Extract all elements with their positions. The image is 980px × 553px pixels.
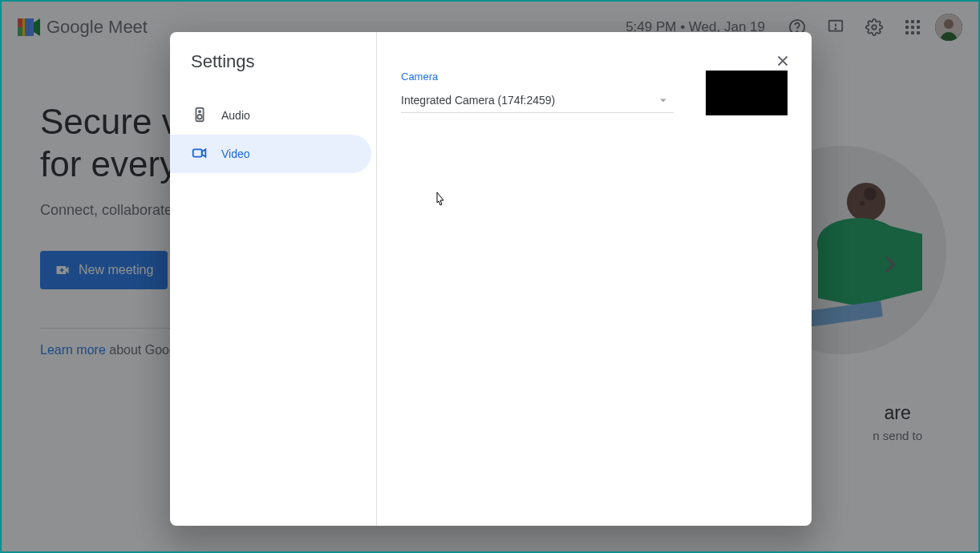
close-button[interactable] <box>768 46 797 75</box>
svg-point-18 <box>199 111 200 112</box>
videocam-icon <box>191 144 209 164</box>
close-icon <box>774 52 792 70</box>
settings-dialog: Settings Audio Video Camera Integrated C… <box>170 32 812 526</box>
svg-rect-19 <box>193 149 202 156</box>
camera-field-label: Camera <box>401 71 674 83</box>
settings-panel: Camera Integrated Camera (174f:2459) <box>377 32 812 526</box>
camera-select-value: Integrated Camera (174f:2459) <box>401 94 555 107</box>
camera-select[interactable]: Integrated Camera (174f:2459) <box>401 87 674 113</box>
camera-preview <box>706 71 788 115</box>
svg-point-17 <box>197 115 202 119</box>
settings-tab-video[interactable]: Video <box>170 135 371 173</box>
speaker-icon <box>191 106 209 126</box>
settings-title: Settings <box>170 51 376 96</box>
settings-tab-label: Video <box>221 147 250 160</box>
settings-tab-audio[interactable]: Audio <box>170 96 371 135</box>
settings-tab-label: Audio <box>221 109 250 122</box>
chevron-down-icon <box>656 93 670 107</box>
settings-sidebar: Settings Audio Video <box>170 32 377 526</box>
